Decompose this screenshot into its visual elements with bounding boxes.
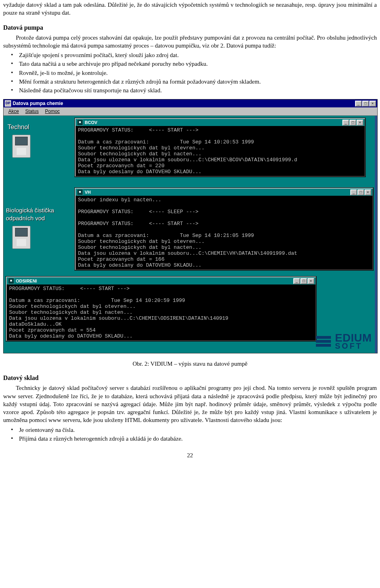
- minimize-button[interactable]: _: [293, 278, 300, 284]
- desk-label-bcov2: odpadních vod: [6, 215, 45, 221]
- list-item: Následně data počítačovou sítí transport…: [19, 86, 377, 94]
- mediumsoft-logo: EDIUM SOFT: [316, 333, 372, 349]
- maximize-button[interactable]: □: [362, 101, 369, 107]
- maximize-button[interactable]: □: [300, 278, 307, 284]
- store-paragraph: Technicky je datový sklad počítačový ser…: [3, 384, 377, 424]
- console-line: Data jsou ulozena v lokalnim souboru...C…: [9, 315, 313, 321]
- console-line: PROGRAMOVY STATUS: <---- SLEEP --->: [78, 209, 370, 215]
- app-icon: DP: [5, 100, 11, 107]
- figure-screenshot: DP Datova pumpa chemie _ □ × Akce Status…: [3, 99, 378, 353]
- close-button[interactable]: ×: [369, 101, 376, 107]
- desk-label-bcov1: Biologická čistička: [6, 207, 54, 214]
- window-controls: _ □ ×: [355, 101, 376, 107]
- console-line: [78, 203, 370, 209]
- window-title: VH: [85, 190, 91, 195]
- list-item: Přijímá data z různých heterogenních zdr…: [19, 435, 377, 443]
- app-title: Datova pumpa chemie: [13, 101, 63, 106]
- desk-label-technol: Technol: [8, 124, 29, 131]
- console-line: Pocet zpracovanych dat = 220: [78, 163, 362, 169]
- outer-titlebar: DP Datova pumpa chemie _ □ ×: [4, 99, 377, 107]
- console-line: Soubor technologickych dat byl otevren..…: [78, 239, 370, 244]
- console-line: Soubor technologickych dat byl nacten...: [78, 151, 362, 157]
- scroll-strip: [375, 116, 377, 353]
- console-line: Datum a cas zpracovani: Tue Sep 14 10:21…: [78, 233, 370, 239]
- list-item: Zajišťuje spojení s provozními počítači,…: [19, 51, 377, 59]
- figure-caption: Obr. 2: VIDIUM – výpis stavu na datové p…: [3, 361, 377, 367]
- store-bullets: Je orientovaný na čísla. Přijímá data z …: [3, 426, 377, 443]
- console-line: Pocet zpracovanych dat = 554: [9, 327, 313, 333]
- console-line: PROGRAMOVY STATUS: <---- START --->: [9, 286, 313, 292]
- window-title: BCOV: [85, 120, 97, 125]
- console-line: dataDoSkladu...OK: [9, 321, 313, 327]
- console-line: Soubor technologickych dat byl nacten...: [78, 244, 370, 250]
- titlebar-bcov: ■ BCOV _ □ ×: [76, 119, 365, 126]
- console-line: Data jsou ulozena v lokalnim souboru...C…: [78, 250, 370, 256]
- window-vh: ■ VH _ □ × Soubor indexu byl nacten... P…: [75, 188, 373, 270]
- heading-datova-pumpa: Datová pumpa: [3, 24, 377, 31]
- window-bcov: ■ BCOV _ □ × PROGRAMOVY STATUS: <---- ST…: [75, 118, 365, 177]
- logo-bars-icon: [316, 335, 331, 348]
- list-item: Rovněž, je-li to možné, je kontroluje.: [19, 69, 377, 77]
- window-icon: ■: [77, 189, 83, 195]
- close-button[interactable]: ×: [357, 120, 363, 126]
- list-item: Je orientovaný na čísla.: [19, 426, 377, 434]
- pump-bullets: Zajišťuje spojení s provozními počítači,…: [3, 51, 377, 94]
- console-line: Soubor technologickych dat byl otevren..…: [9, 304, 313, 309]
- minimize-button[interactable]: _: [355, 101, 362, 107]
- console-output: Soubor indexu byl nacten... PROGRAMOVY S…: [76, 196, 372, 269]
- console-line: Data byly odeslany do DATOVEHO SKLADU...: [78, 262, 370, 268]
- menu-status[interactable]: Status: [23, 108, 41, 115]
- console-line: Soubor indexu byl nacten...: [78, 197, 370, 203]
- intro-paragraph: vyžaduje datový sklad a tam pak odeslána…: [3, 1, 377, 17]
- menu-akce[interactable]: Akce: [6, 108, 21, 115]
- maximize-button[interactable]: □: [350, 120, 356, 126]
- console-line: PROGRAMOVY STATUS: <---- START --->: [78, 221, 370, 227]
- window-icon: ■: [8, 278, 14, 284]
- close-button[interactable]: ×: [308, 278, 314, 284]
- desk-icon: [12, 226, 30, 249]
- console-line: Data byly odeslany do DATOVEHO SKLADU...: [9, 333, 313, 339]
- menubar: Akce Status Pomoc: [4, 107, 377, 116]
- list-item: Mění formát a strukturu heterogenních da…: [19, 78, 377, 86]
- console-line: PROGRAMOVY STATUS: <---- START --->: [78, 127, 362, 133]
- console-line: Soubor technologickych dat byl otevren..…: [78, 145, 362, 151]
- page-number: 22: [3, 452, 377, 459]
- console-output: PROGRAMOVY STATUS: <---- START ---> Datu…: [7, 284, 315, 340]
- window-icon: ■: [77, 119, 83, 126]
- titlebar-odsireni: ■ ODSIRENI _ □ ×: [7, 277, 315, 284]
- pump-paragraph: Protože datová pumpa celý proces stahová…: [3, 34, 377, 50]
- titlebar-vh: ■ VH _ □ ×: [76, 189, 372, 196]
- console-line: Datum a cas zpracovani: Tue Sep 14 10:20…: [9, 298, 313, 304]
- window-odsireni: ■ ODSIRENI _ □ × PROGRAMOVY STATUS: <---…: [6, 277, 316, 341]
- mdi-desktop: Technol Biologická čistička odpadních vo…: [4, 116, 377, 353]
- desk-icon: [12, 135, 30, 158]
- close-button[interactable]: ×: [365, 189, 371, 195]
- console-line: [78, 215, 370, 221]
- console-line: [78, 227, 370, 233]
- heading-datovy-sklad: Datový sklad: [3, 374, 377, 382]
- minimize-button[interactable]: _: [350, 189, 357, 195]
- console-line: Pocet zpracovanych dat = 166: [78, 256, 370, 262]
- list-item: Tato data načítá a u sebe archivuje pro …: [19, 60, 377, 68]
- console-line: Data byly odeslany do DATOVEHO SKLADU...: [78, 169, 362, 175]
- maximize-button[interactable]: □: [357, 189, 364, 195]
- console-line: Data jsou ulozena v lokalnim souboru...C…: [78, 157, 362, 163]
- console-line: Datum a cas zpracovani: Tue Sep 14 10:20…: [78, 139, 362, 145]
- console-line: [78, 133, 362, 139]
- minimize-button[interactable]: _: [342, 120, 349, 126]
- menu-pomoc[interactable]: Pomoc: [43, 108, 62, 115]
- console-output: PROGRAMOVY STATUS: <---- START ---> Datu…: [76, 126, 365, 176]
- console-line: [9, 292, 313, 298]
- console-line: Soubor technologickych dat byl nacten...: [9, 309, 313, 315]
- window-title: ODSIRENI: [16, 279, 37, 283]
